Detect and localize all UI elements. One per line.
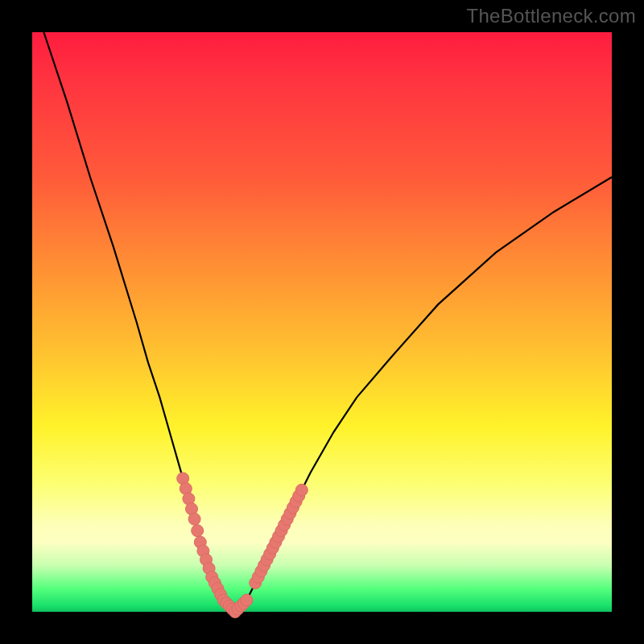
chart-frame: TheBottleneck.com (0, 0, 644, 644)
curve-marker (188, 513, 200, 525)
watermark-label: TheBottleneck.com (466, 5, 636, 27)
curve-marker (241, 594, 253, 606)
plot-area (32, 32, 612, 612)
bottleneck-curve (43, 32, 612, 612)
curve-layer (32, 32, 612, 612)
curve-markers (177, 473, 308, 618)
curve-marker (192, 525, 204, 537)
curve-marker (295, 484, 308, 496)
